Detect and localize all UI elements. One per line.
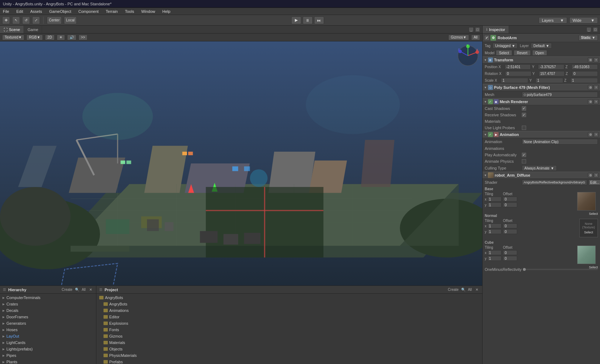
hier-item-lights[interactable]: ▶ Lights(prefabs) — [0, 346, 96, 352]
hierarchy-close[interactable]: ✕ — [88, 288, 93, 292]
tab-scene[interactable]: ⛶ Scene — [0, 26, 24, 33]
hier-item-computerterminals[interactable]: ▶ ComputerTerminals — [0, 294, 96, 301]
animation-header[interactable]: ▼ ✓ ▶ Animation ⚙ ? — [483, 131, 600, 138]
insp-maximize[interactable]: □ — [593, 27, 598, 32]
meshfilter-header[interactable]: ▼ ◇ Poly Surface 479 (Mesh Filter) ⚙ ? — [483, 84, 600, 91]
base-offset-y[interactable]: 0 — [503, 202, 517, 207]
hier-item-hoses[interactable]: ▶ Hoses — [0, 327, 96, 333]
normal-offset-y[interactable]: 0 — [503, 229, 517, 234]
position-x[interactable]: -2.51401 — [505, 64, 531, 70]
animate-physics-checkbox[interactable] — [522, 159, 526, 163]
normal-tiling-x[interactable]: 1 — [487, 223, 501, 228]
position-z[interactable]: -49.51083 — [571, 64, 598, 70]
tag-dropdown[interactable]: Untagged▼ — [493, 43, 518, 49]
folder-physicmaterials[interactable]: PhysicMaterials — [96, 352, 482, 359]
folder-editor[interactable]: Editor — [96, 314, 482, 320]
normal-select-btn[interactable]: Select — [584, 231, 593, 234]
hier-item-lightcards[interactable]: ▶ LightCards — [0, 339, 96, 346]
hier-item-generators[interactable]: ▶ Generators — [0, 320, 96, 327]
all-btn[interactable]: All — [471, 35, 480, 40]
hierarchy-all-btn[interactable]: All — [81, 288, 87, 292]
project-all-btn[interactable]: All — [467, 288, 473, 292]
meshrenderer-header[interactable]: ▼ ✓ ◉ Mesh Renderer ⚙ ? — [483, 98, 600, 105]
gizmos-btn[interactable]: Gizmos▼ — [448, 35, 469, 40]
project-close[interactable]: ✕ — [474, 288, 479, 292]
animation-question[interactable]: ? — [594, 132, 599, 137]
pause-button[interactable]: ⏸ — [303, 16, 313, 24]
position-y[interactable]: -3.376257 — [538, 64, 564, 70]
static-dropdown[interactable]: Static▼ — [579, 35, 598, 41]
hier-item-layout[interactable]: ▶ LayOut — [0, 333, 96, 339]
folder-fonts[interactable]: Fonts — [96, 327, 482, 333]
receive-shadows-checkbox[interactable]: ✓ — [522, 113, 526, 117]
menu-terrain[interactable]: Terrain — [104, 9, 119, 14]
cube-offset-x[interactable]: 0 — [503, 250, 517, 255]
light-btn[interactable]: ☀ — [57, 35, 65, 40]
pivot-btn[interactable]: Center — [47, 16, 62, 24]
tab-game[interactable]: Game — [24, 26, 42, 33]
textured-btn[interactable]: Textured▼ — [2, 35, 24, 40]
base-tiling-y[interactable]: 1 — [487, 202, 501, 207]
meshfilter-settings[interactable]: ⚙ — [588, 85, 593, 90]
culling-type-dropdown[interactable]: Always Animate▼ — [522, 165, 557, 171]
model-revert-btn[interactable]: Revert — [514, 50, 530, 56]
play-button[interactable]: ▶ — [291, 16, 301, 24]
rotation-x[interactable]: 0 — [505, 71, 531, 76]
normal-texture-thumb[interactable]: None(Texture) Select — [579, 219, 598, 237]
tool-rotate[interactable]: ↺ — [22, 16, 30, 24]
menu-assets[interactable]: Assets — [29, 9, 44, 14]
rotation-z[interactable]: 0 — [572, 71, 598, 76]
base-texture-thumb[interactable] — [577, 192, 596, 211]
layout-dropdown[interactable]: Wide ▼ — [569, 17, 598, 24]
tab-minimize[interactable]: _ — [469, 27, 474, 32]
one-minus-slider[interactable] — [523, 269, 598, 270]
folder-prefabs[interactable]: Prefabs — [96, 359, 482, 364]
scale-z[interactable]: 1 — [570, 78, 598, 83]
transform-header[interactable]: ▼ ⊞ Transform ⚙ ? — [483, 56, 600, 64]
tool-move[interactable]: ↖ — [12, 16, 20, 24]
cube-tiling-x[interactable]: 1 — [487, 250, 501, 255]
menu-gameobject[interactable]: GameObject — [48, 9, 73, 14]
step-button[interactable]: ⏭ — [314, 16, 324, 24]
folder-objects[interactable]: Objects — [96, 346, 482, 352]
animation-clip-value[interactable]: None (Animation Clip) — [522, 139, 598, 145]
cube-offset-y[interactable]: 0 — [503, 256, 517, 261]
2d-btn[interactable]: 2D — [45, 35, 55, 40]
hier-item-plants[interactable]: ▶ Plants — [0, 359, 96, 364]
mesh-value[interactable]: ◇ polySurface479 — [522, 92, 598, 97]
layer-dropdown[interactable]: Default▼ — [531, 43, 552, 49]
folder-animations[interactable]: Animations — [96, 307, 482, 314]
transform-question-btn[interactable]: ? — [594, 57, 599, 62]
scale-y[interactable]: 1 — [535, 78, 563, 83]
cast-shadows-checkbox[interactable]: ✓ — [522, 106, 526, 111]
rotation-y[interactable]: 157.4707 — [539, 71, 565, 76]
cube-tiling-y[interactable]: 1 — [487, 256, 501, 261]
normal-offset-x[interactable]: 0 — [503, 223, 517, 228]
model-select-btn[interactable]: Select — [496, 50, 512, 56]
meshrenderer-settings[interactable]: ⚙ — [588, 99, 593, 104]
menu-file[interactable]: File — [1, 9, 11, 14]
scale-x[interactable]: 1 — [501, 78, 528, 83]
space-btn[interactable]: Local — [64, 16, 77, 24]
viewport[interactable]: X Y Z — [0, 41, 482, 285]
meshfilter-question[interactable]: ? — [594, 85, 599, 90]
base-tiling-x[interactable]: 1 — [487, 197, 501, 202]
layers-dropdown[interactable]: Layers ▼ — [539, 17, 567, 24]
play-auto-checkbox[interactable]: ✓ — [522, 153, 526, 157]
folder-materials[interactable]: Materials — [96, 339, 482, 346]
overlay-btn[interactable]: >> — [79, 35, 88, 40]
cube-texture-thumb[interactable] — [577, 246, 596, 264]
folder-angrybots1[interactable]: AngryBots — [96, 294, 482, 301]
tab-inspector[interactable]: ℹ Inspector — [483, 26, 509, 33]
material-question[interactable]: ? — [594, 173, 599, 178]
hier-item-pipes[interactable]: ▶ Pipes — [0, 352, 96, 359]
base-offset-x[interactable]: 0 — [503, 197, 517, 202]
hier-item-decals[interactable]: ▶ Decals — [0, 307, 96, 314]
tool-hand[interactable]: ✥ — [2, 16, 10, 24]
insp-minimize[interactable]: _ — [586, 27, 591, 32]
menu-help[interactable]: Help — [161, 9, 172, 14]
hier-item-crates[interactable]: ▶ Crates — [0, 301, 96, 307]
menu-window[interactable]: Window — [140, 9, 157, 14]
folder-angrybots2[interactable]: AngryBots — [96, 301, 482, 307]
material-settings[interactable]: ⚙ — [588, 173, 593, 178]
